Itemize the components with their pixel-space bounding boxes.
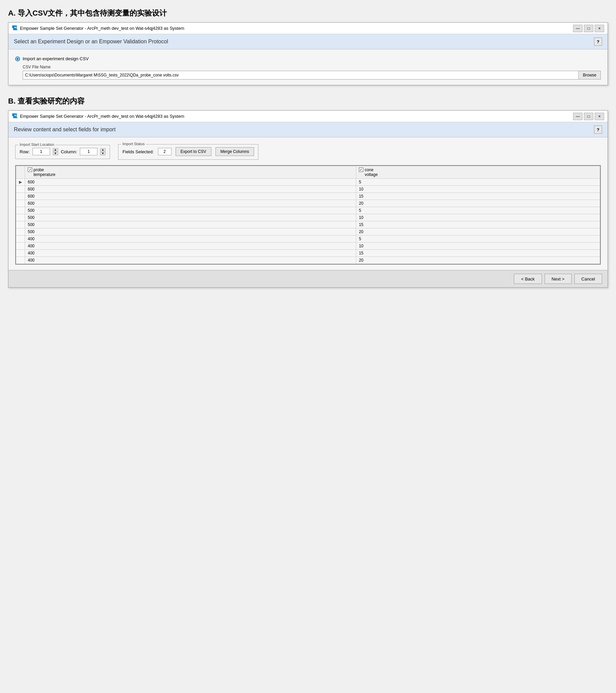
csv-file-label: CSV File Name — [23, 65, 601, 70]
window-title-b: Empower Sample Set Generator - ArcPr_met… — [20, 114, 184, 119]
col1-header-text: probetemperature — [34, 167, 56, 177]
row-indicator-cell — [16, 250, 25, 257]
table-body: ▶600560010600156002050055001050015500204… — [16, 179, 600, 264]
data-table: ✓ probetemperature ✓ conevoltage — [16, 166, 600, 264]
export-csv-button[interactable]: Export to CSV — [176, 147, 212, 156]
row-indicator-cell — [16, 207, 25, 214]
table-row: 60015 — [16, 193, 600, 200]
row-col2: 10 — [356, 186, 600, 193]
csv-file-input[interactable] — [23, 71, 579, 80]
import-status-legend: Import Status — [121, 142, 146, 146]
row-col2: 20 — [356, 229, 600, 236]
file-path-row: Browse — [23, 71, 601, 80]
title-bar-left-b: 🏗 Empower Sample Set Generator - ArcPr_m… — [12, 113, 184, 119]
title-bar-left-a: 🏗 Empower Sample Set Generator - ArcPr_m… — [12, 25, 184, 32]
row-input[interactable] — [33, 148, 50, 155]
col-spin-up[interactable]: ▲ — [100, 148, 105, 152]
minimize-btn-a[interactable]: — — [573, 25, 582, 32]
row-col1: 400 — [25, 236, 356, 243]
row-col1: 500 — [25, 207, 356, 214]
table-header-row: ✓ probetemperature ✓ conevoltage — [16, 166, 600, 179]
radio-btn-a[interactable] — [15, 57, 20, 61]
title-bar-controls-b: — □ × — [573, 113, 604, 120]
window-title-a: Empower Sample Set Generator - ArcPr_met… — [20, 26, 184, 31]
row-indicator-cell: ▶ — [16, 179, 25, 186]
row-indicator-cell — [16, 214, 25, 221]
table-row: 50010 — [16, 214, 600, 221]
row-col1: 500 — [25, 214, 356, 221]
table-row: 4005 — [16, 236, 600, 243]
row-col1: 600 — [25, 193, 356, 200]
table-row: 60020 — [16, 200, 600, 207]
row-col1: 500 — [25, 229, 356, 236]
col1-checkbox[interactable]: ✓ — [28, 167, 32, 172]
row-col2: 10 — [356, 214, 600, 221]
section-b-label: B. 查看实验研究的内容 — [8, 96, 608, 106]
row-col1: 400 — [25, 257, 356, 264]
header-indicator-cell — [16, 166, 25, 179]
subtitle-bar-b: Review content and select fields for imp… — [8, 122, 608, 137]
header-col2: ✓ conevoltage — [356, 166, 600, 179]
cancel-button[interactable]: Cancel — [574, 274, 602, 284]
section-b-window: 🏗 Empower Sample Set Generator - ArcPr_m… — [8, 110, 608, 288]
col-input[interactable] — [80, 148, 97, 155]
table-row: 40010 — [16, 243, 600, 250]
row-col2: 5 — [356, 179, 600, 186]
table-row: 60010 — [16, 186, 600, 193]
row-spin-up[interactable]: ▲ — [53, 148, 58, 152]
row-indicator-cell — [16, 186, 25, 193]
row-col2: 5 — [356, 236, 600, 243]
merge-columns-button[interactable]: Merge Columns — [216, 147, 254, 156]
row-col2: 15 — [356, 221, 600, 229]
maximize-btn-a[interactable]: □ — [584, 25, 593, 32]
back-button[interactable]: < Back — [514, 274, 541, 284]
row-col1: 600 — [25, 200, 356, 207]
row-col1: 500 — [25, 221, 356, 229]
maximize-btn-b[interactable]: □ — [584, 113, 593, 120]
close-btn-b[interactable]: × — [595, 113, 604, 120]
help-btn-b[interactable]: ? — [594, 125, 602, 134]
minimize-btn-b[interactable]: — — [573, 113, 582, 120]
controls-row: Import Start Location Row: ▲ ▼ Column: ▲… — [15, 144, 601, 160]
table-row: 5005 — [16, 207, 600, 214]
table-row: 50015 — [16, 221, 600, 229]
col-spin-btns: ▲ ▼ — [100, 148, 105, 155]
row-indicator-cell — [16, 236, 25, 243]
row-col2: 20 — [356, 257, 600, 264]
row-spin-btns: ▲ ▼ — [53, 148, 58, 155]
window-content-a: Import an experiment design CSV CSV File… — [8, 50, 608, 85]
title-bar-controls-a: — □ × — [573, 25, 604, 32]
col-spin-down[interactable]: ▼ — [100, 152, 105, 155]
help-btn-a[interactable]: ? — [594, 38, 602, 46]
row-col2: 15 — [356, 250, 600, 257]
import-start-group: Import Start Location Row: ▲ ▼ Column: ▲… — [15, 145, 110, 159]
col2-checkbox[interactable]: ✓ — [359, 167, 363, 172]
row-label: Row: — [20, 149, 30, 154]
close-btn-a[interactable]: × — [595, 25, 604, 32]
fields-input[interactable] — [158, 148, 172, 155]
col2-header-content: ✓ conevoltage — [359, 167, 597, 177]
col1-header-content: ✓ probetemperature — [28, 167, 353, 177]
table-row: 40020 — [16, 257, 600, 264]
table-row: ▶6005 — [16, 179, 600, 186]
app-icon-a: 🏗 — [12, 25, 17, 32]
window-content-b: Import Start Location Row: ▲ ▼ Column: ▲… — [8, 137, 608, 270]
row-col2: 5 — [356, 207, 600, 214]
row-col1: 600 — [25, 179, 356, 186]
table-row: 40015 — [16, 250, 600, 257]
row-col2: 10 — [356, 243, 600, 250]
row-col1: 400 — [25, 250, 356, 257]
next-button[interactable]: Next > — [544, 274, 572, 284]
data-table-container: ✓ probetemperature ✓ conevoltage — [15, 165, 601, 264]
row-col2: 20 — [356, 200, 600, 207]
row-indicator-cell — [16, 257, 25, 264]
row-indicator-cell — [16, 193, 25, 200]
row-col1: 400 — [25, 243, 356, 250]
footer-b: < Back Next > Cancel — [8, 270, 608, 287]
section-a-window: 🏗 Empower Sample Set Generator - ArcPr_m… — [8, 22, 608, 85]
row-indicator-cell — [16, 200, 25, 207]
import-status-group: Import Status Fields Selected: Export to… — [118, 144, 258, 160]
browse-button[interactable]: Browse — [579, 71, 601, 80]
row-spin-down[interactable]: ▼ — [53, 152, 58, 155]
subtitle-text-b: Review content and select fields for imp… — [14, 126, 116, 133]
